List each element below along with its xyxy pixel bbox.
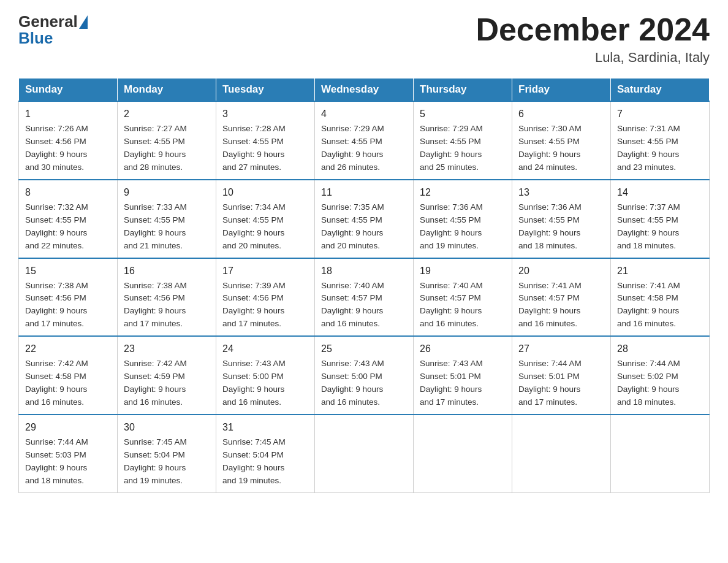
week-row-3: 15 Sunrise: 7:38 AMSunset: 4:56 PMDaylig… xyxy=(19,258,710,337)
header-thursday: Thursday xyxy=(414,79,512,102)
day-cell: 15 Sunrise: 7:38 AMSunset: 4:56 PMDaylig… xyxy=(19,258,118,337)
day-info: Sunrise: 7:43 AMSunset: 5:01 PMDaylight:… xyxy=(420,358,506,409)
day-info: Sunrise: 7:44 AMSunset: 5:01 PMDaylight:… xyxy=(518,358,604,409)
day-cell: 5 Sunrise: 7:29 AMSunset: 4:55 PMDayligh… xyxy=(414,101,512,180)
day-cell: 26 Sunrise: 7:43 AMSunset: 5:01 PMDaylig… xyxy=(414,336,512,415)
day-number: 9 xyxy=(124,185,210,200)
day-number: 3 xyxy=(222,107,308,121)
week-row-1: 1 Sunrise: 7:26 AMSunset: 4:56 PMDayligh… xyxy=(19,101,710,180)
day-number: 19 xyxy=(420,264,506,278)
day-number: 10 xyxy=(222,185,308,200)
day-number: 1 xyxy=(25,107,111,121)
day-info: Sunrise: 7:42 AMSunset: 4:59 PMDaylight:… xyxy=(124,358,210,409)
day-cell: 22 Sunrise: 7:42 AMSunset: 4:58 PMDaylig… xyxy=(19,336,118,415)
title-block: December 2024 Lula, Sardinia, Italy xyxy=(476,12,710,66)
day-cell: 31 Sunrise: 7:45 AMSunset: 5:04 PMDaylig… xyxy=(216,415,315,492)
day-info: Sunrise: 7:35 AMSunset: 4:55 PMDaylight:… xyxy=(321,201,407,253)
day-info: Sunrise: 7:45 AMSunset: 5:04 PMDaylight:… xyxy=(124,436,210,488)
day-number: 14 xyxy=(617,185,703,200)
day-number: 12 xyxy=(420,185,506,200)
day-cell: 20 Sunrise: 7:41 AMSunset: 4:57 PMDaylig… xyxy=(512,258,611,337)
day-cell: 18 Sunrise: 7:40 AMSunset: 4:57 PMDaylig… xyxy=(315,258,414,337)
day-info: Sunrise: 7:29 AMSunset: 4:55 PMDaylight:… xyxy=(420,123,506,174)
calendar-subtitle: Lula, Sardinia, Italy xyxy=(476,50,710,66)
day-cell: 9 Sunrise: 7:33 AMSunset: 4:55 PMDayligh… xyxy=(118,180,216,258)
day-cell: 25 Sunrise: 7:43 AMSunset: 5:00 PMDaylig… xyxy=(315,336,414,415)
day-info: Sunrise: 7:37 AMSunset: 4:55 PMDaylight:… xyxy=(617,201,703,253)
day-cell: 13 Sunrise: 7:36 AMSunset: 4:55 PMDaylig… xyxy=(512,180,611,258)
day-cell xyxy=(512,415,611,492)
logo: General Blue xyxy=(18,12,88,48)
logo-triangle-icon xyxy=(79,15,88,29)
day-info: Sunrise: 7:30 AMSunset: 4:55 PMDaylight:… xyxy=(518,123,604,174)
day-info: Sunrise: 7:41 AMSunset: 4:57 PMDaylight:… xyxy=(518,280,604,331)
day-number: 6 xyxy=(518,107,604,121)
day-info: Sunrise: 7:39 AMSunset: 4:56 PMDaylight:… xyxy=(222,280,308,331)
day-number: 8 xyxy=(25,185,111,200)
week-row-2: 8 Sunrise: 7:32 AMSunset: 4:55 PMDayligh… xyxy=(19,180,710,258)
day-number: 11 xyxy=(321,185,407,200)
day-number: 23 xyxy=(124,342,210,356)
day-number: 2 xyxy=(124,107,210,121)
day-cell: 30 Sunrise: 7:45 AMSunset: 5:04 PMDaylig… xyxy=(118,415,216,492)
day-info: Sunrise: 7:34 AMSunset: 4:55 PMDaylight:… xyxy=(222,201,308,253)
header-wednesday: Wednesday xyxy=(315,79,414,102)
page-header: General Blue December 2024 Lula, Sardini… xyxy=(18,12,710,66)
day-cell: 6 Sunrise: 7:30 AMSunset: 4:55 PMDayligh… xyxy=(512,101,611,180)
day-cell: 16 Sunrise: 7:38 AMSunset: 4:56 PMDaylig… xyxy=(118,258,216,337)
day-cell: 11 Sunrise: 7:35 AMSunset: 4:55 PMDaylig… xyxy=(315,180,414,258)
day-info: Sunrise: 7:42 AMSunset: 4:58 PMDaylight:… xyxy=(25,358,111,409)
day-number: 24 xyxy=(222,342,308,356)
day-info: Sunrise: 7:43 AMSunset: 5:00 PMDaylight:… xyxy=(321,358,407,409)
day-cell: 17 Sunrise: 7:39 AMSunset: 4:56 PMDaylig… xyxy=(216,258,315,337)
day-info: Sunrise: 7:31 AMSunset: 4:55 PMDaylight:… xyxy=(617,123,703,174)
day-info: Sunrise: 7:28 AMSunset: 4:55 PMDaylight:… xyxy=(222,123,308,174)
day-number: 30 xyxy=(124,420,210,435)
day-cell: 28 Sunrise: 7:44 AMSunset: 5:02 PMDaylig… xyxy=(611,336,710,415)
day-cell: 29 Sunrise: 7:44 AMSunset: 5:03 PMDaylig… xyxy=(19,415,118,492)
day-info: Sunrise: 7:44 AMSunset: 5:03 PMDaylight:… xyxy=(25,436,111,488)
day-number: 18 xyxy=(321,264,407,278)
header-row: SundayMondayTuesdayWednesdayThursdayFrid… xyxy=(19,79,710,102)
day-info: Sunrise: 7:38 AMSunset: 4:56 PMDaylight:… xyxy=(25,280,111,331)
header-friday: Friday xyxy=(512,79,611,102)
day-cell: 8 Sunrise: 7:32 AMSunset: 4:55 PMDayligh… xyxy=(19,180,118,258)
day-info: Sunrise: 7:26 AMSunset: 4:56 PMDaylight:… xyxy=(25,123,111,174)
week-row-4: 22 Sunrise: 7:42 AMSunset: 4:58 PMDaylig… xyxy=(19,336,710,415)
day-cell: 21 Sunrise: 7:41 AMSunset: 4:58 PMDaylig… xyxy=(611,258,710,337)
day-number: 20 xyxy=(518,264,604,278)
day-cell: 27 Sunrise: 7:44 AMSunset: 5:01 PMDaylig… xyxy=(512,336,611,415)
day-cell: 24 Sunrise: 7:43 AMSunset: 5:00 PMDaylig… xyxy=(216,336,315,415)
header-monday: Monday xyxy=(118,79,216,102)
day-info: Sunrise: 7:36 AMSunset: 4:55 PMDaylight:… xyxy=(420,201,506,253)
day-number: 5 xyxy=(420,107,506,121)
day-cell: 1 Sunrise: 7:26 AMSunset: 4:56 PMDayligh… xyxy=(19,101,118,180)
day-cell: 23 Sunrise: 7:42 AMSunset: 4:59 PMDaylig… xyxy=(118,336,216,415)
calendar-table: SundayMondayTuesdayWednesdayThursdayFrid… xyxy=(18,78,710,492)
day-info: Sunrise: 7:44 AMSunset: 5:02 PMDaylight:… xyxy=(617,358,703,409)
day-info: Sunrise: 7:32 AMSunset: 4:55 PMDaylight:… xyxy=(25,201,111,253)
header-sunday: Sunday xyxy=(19,79,118,102)
header-tuesday: Tuesday xyxy=(216,79,315,102)
day-info: Sunrise: 7:29 AMSunset: 4:55 PMDaylight:… xyxy=(321,123,407,174)
calendar-header: SundayMondayTuesdayWednesdayThursdayFrid… xyxy=(19,79,710,102)
day-info: Sunrise: 7:36 AMSunset: 4:55 PMDaylight:… xyxy=(518,201,604,253)
day-cell: 19 Sunrise: 7:40 AMSunset: 4:57 PMDaylig… xyxy=(414,258,512,337)
day-cell xyxy=(611,415,710,492)
day-number: 31 xyxy=(222,420,308,435)
header-saturday: Saturday xyxy=(611,79,710,102)
day-info: Sunrise: 7:27 AMSunset: 4:55 PMDaylight:… xyxy=(124,123,210,174)
day-number: 22 xyxy=(25,342,111,356)
day-cell: 4 Sunrise: 7:29 AMSunset: 4:55 PMDayligh… xyxy=(315,101,414,180)
day-cell xyxy=(414,415,512,492)
day-number: 27 xyxy=(518,342,604,356)
day-info: Sunrise: 7:40 AMSunset: 4:57 PMDaylight:… xyxy=(321,280,407,331)
day-cell: 3 Sunrise: 7:28 AMSunset: 4:55 PMDayligh… xyxy=(216,101,315,180)
logo-blue: Blue xyxy=(18,29,53,48)
day-info: Sunrise: 7:40 AMSunset: 4:57 PMDaylight:… xyxy=(420,280,506,331)
week-row-5: 29 Sunrise: 7:44 AMSunset: 5:03 PMDaylig… xyxy=(19,415,710,492)
day-cell: 2 Sunrise: 7:27 AMSunset: 4:55 PMDayligh… xyxy=(118,101,216,180)
calendar-body: 1 Sunrise: 7:26 AMSunset: 4:56 PMDayligh… xyxy=(19,101,710,492)
day-number: 29 xyxy=(25,420,111,435)
day-info: Sunrise: 7:33 AMSunset: 4:55 PMDaylight:… xyxy=(124,201,210,253)
